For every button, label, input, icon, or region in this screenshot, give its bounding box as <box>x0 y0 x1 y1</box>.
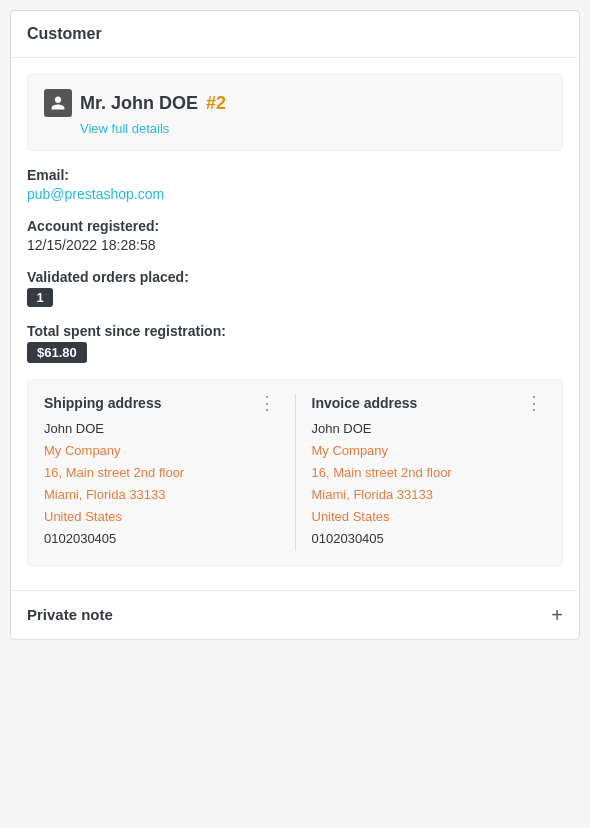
card-header: Customer <box>11 11 579 58</box>
invoice-line-2: My Company <box>312 440 547 462</box>
invoice-line-1: John DOE <box>312 418 547 440</box>
shipping-address-title: Shipping address <box>44 395 161 411</box>
invoice-address-header: Invoice address ⋮ <box>312 394 547 412</box>
invoice-address-lines: John DOE My Company 16, Main street 2nd … <box>312 418 547 551</box>
email-value[interactable]: pub@prestashop.com <box>27 186 164 202</box>
invoice-line-6: 0102030405 <box>312 528 547 550</box>
shipping-address-header: Shipping address ⋮ <box>44 394 279 412</box>
shipping-address-menu-icon[interactable]: ⋮ <box>256 394 279 412</box>
invoice-address-menu-icon[interactable]: ⋮ <box>523 394 546 412</box>
validated-orders-badge: 1 <box>27 288 53 307</box>
email-section: Email: pub@prestashop.com <box>27 167 563 202</box>
private-note-section: Private note + <box>11 590 579 639</box>
total-spent-badge: $61.80 <box>27 342 87 363</box>
account-registered-section: Account registered: 12/15/2022 18:28:58 <box>27 218 563 253</box>
shipping-line-4: Miami, Florida 33133 <box>44 484 279 506</box>
invoice-address-title: Invoice address <box>312 395 418 411</box>
shipping-line-3: 16, Main street 2nd floor <box>44 462 279 484</box>
customer-name: Mr. John DOE <box>80 93 198 114</box>
invoice-line-3: 16, Main street 2nd floor <box>312 462 547 484</box>
shipping-line-1: John DOE <box>44 418 279 440</box>
customer-name-row: Mr. John DOE #2 <box>44 89 226 117</box>
addresses-box: Shipping address ⋮ John DOE My Company 1… <box>27 379 563 566</box>
account-registered-label: Account registered: <box>27 218 563 234</box>
total-spent-section: Total spent since registration: $61.80 <box>27 323 563 363</box>
shipping-line-5: United States <box>44 506 279 528</box>
card-title: Customer <box>27 25 102 42</box>
view-details-link[interactable]: View full details <box>80 121 169 136</box>
person-icon <box>44 89 72 117</box>
validated-orders-label: Validated orders placed: <box>27 269 563 285</box>
card-body: Mr. John DOE #2 View full details Email:… <box>11 58 579 590</box>
email-label: Email: <box>27 167 563 183</box>
shipping-address-col: Shipping address ⋮ John DOE My Company 1… <box>44 394 279 551</box>
total-spent-label: Total spent since registration: <box>27 323 563 339</box>
address-divider <box>295 394 296 551</box>
customer-info-box: Mr. John DOE #2 View full details <box>27 74 563 151</box>
customer-id: #2 <box>206 93 226 114</box>
shipping-line-6: 0102030405 <box>44 528 279 550</box>
shipping-line-2: My Company <box>44 440 279 462</box>
validated-orders-section: Validated orders placed: 1 <box>27 269 563 307</box>
customer-card: Customer Mr. John DOE #2 View full detai… <box>10 10 580 640</box>
add-private-note-icon[interactable]: + <box>551 605 563 625</box>
private-note-label: Private note <box>27 606 113 623</box>
invoice-line-4: Miami, Florida 33133 <box>312 484 547 506</box>
shipping-address-lines: John DOE My Company 16, Main street 2nd … <box>44 418 279 551</box>
invoice-line-5: United States <box>312 506 547 528</box>
invoice-address-col: Invoice address ⋮ John DOE My Company 16… <box>312 394 547 551</box>
account-registered-value: 12/15/2022 18:28:58 <box>27 237 563 253</box>
